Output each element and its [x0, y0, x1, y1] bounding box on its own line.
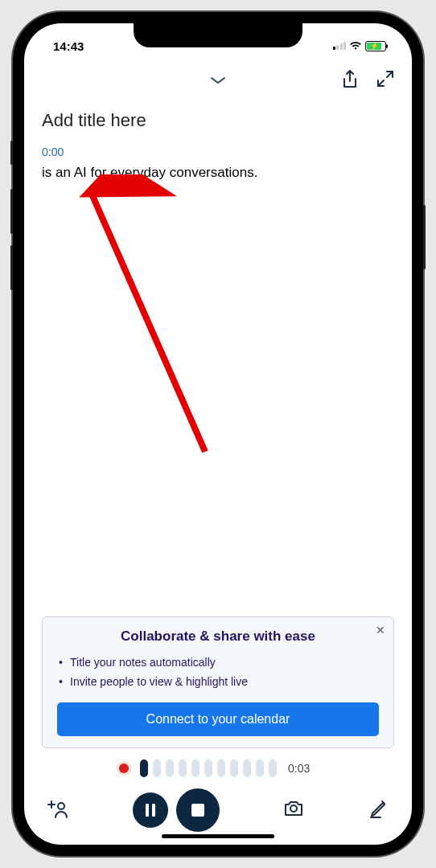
mute-switch [10, 141, 13, 165]
screen: 14:43 ⚡ [24, 23, 412, 845]
phone-frame: 14:43 ⚡ [13, 12, 423, 856]
top-nav [24, 59, 412, 102]
volume-down-button [10, 245, 13, 290]
pause-button[interactable] [133, 792, 168, 828]
wifi-icon [349, 39, 362, 53]
recording-indicator-icon [119, 764, 129, 773]
home-indicator[interactable] [162, 834, 274, 838]
promo-bullet: Invite people to view & highlight live [57, 672, 379, 691]
promo-bullet-list: Title your notes automatically Invite pe… [57, 653, 379, 691]
share-icon[interactable] [341, 70, 359, 94]
add-person-icon[interactable] [47, 798, 69, 822]
collapse-chevron-icon[interactable] [209, 75, 227, 89]
promo-bullet: Title your notes automatically [57, 653, 379, 672]
battery-icon: ⚡ [365, 41, 386, 51]
cellular-signal-icon [333, 42, 347, 50]
note-title-input[interactable]: Add title here [42, 110, 394, 131]
close-icon[interactable]: ✕ [376, 624, 385, 637]
highlight-pen-icon[interactable] [368, 798, 389, 822]
promo-card: ✕ Collaborate & share with ease Title yo… [42, 616, 394, 748]
volume-up-button [10, 189, 13, 234]
status-time: 14:43 [47, 39, 84, 53]
notch [134, 23, 302, 47]
recording-elapsed-time: 0:03 [288, 762, 317, 775]
transcript-text: is an AI for everyday conversations. [42, 163, 394, 182]
main-content: Add title here 0:00 is an AI for everyda… [24, 102, 412, 616]
waveform-row: 0:03 [24, 755, 412, 782]
stop-button[interactable] [176, 788, 220, 832]
camera-icon[interactable] [282, 799, 305, 821]
status-indicators: ⚡ [333, 39, 390, 53]
promo-title: Collaborate & share with ease [57, 628, 379, 645]
power-button [423, 205, 426, 269]
waveform-visualizer [140, 760, 277, 777]
expand-icon[interactable] [376, 70, 394, 94]
connect-calendar-button[interactable]: Connect to your calendar [57, 702, 379, 736]
transcript-timestamp[interactable]: 0:00 [42, 145, 394, 158]
